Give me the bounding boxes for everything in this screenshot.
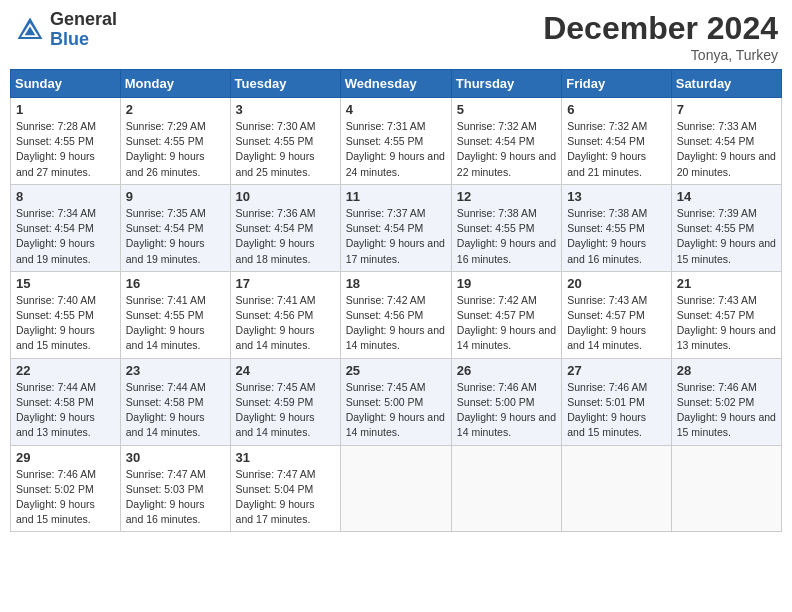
calendar-cell: 14Sunrise: 7:39 AMSunset: 4:55 PMDayligh… bbox=[671, 184, 781, 271]
day-info: Sunrise: 7:44 AMSunset: 4:58 PMDaylight:… bbox=[126, 380, 225, 441]
day-number: 15 bbox=[16, 276, 115, 291]
day-number: 27 bbox=[567, 363, 666, 378]
column-header-saturday: Saturday bbox=[671, 70, 781, 98]
calendar-cell: 10Sunrise: 7:36 AMSunset: 4:54 PMDayligh… bbox=[230, 184, 340, 271]
logo-icon bbox=[14, 14, 46, 46]
calendar-cell: 8Sunrise: 7:34 AMSunset: 4:54 PMDaylight… bbox=[11, 184, 121, 271]
title-block: December 2024 Tonya, Turkey bbox=[543, 10, 778, 63]
day-info: Sunrise: 7:29 AMSunset: 4:55 PMDaylight:… bbox=[126, 119, 225, 180]
calendar-cell: 31Sunrise: 7:47 AMSunset: 5:04 PMDayligh… bbox=[230, 445, 340, 532]
day-info: Sunrise: 7:46 AMSunset: 5:02 PMDaylight:… bbox=[677, 380, 776, 441]
day-info: Sunrise: 7:31 AMSunset: 4:55 PMDaylight:… bbox=[346, 119, 446, 180]
location: Tonya, Turkey bbox=[543, 47, 778, 63]
logo: General Blue bbox=[14, 10, 117, 50]
calendar-cell: 1Sunrise: 7:28 AMSunset: 4:55 PMDaylight… bbox=[11, 98, 121, 185]
calendar-week-row: 15Sunrise: 7:40 AMSunset: 4:55 PMDayligh… bbox=[11, 271, 782, 358]
calendar-cell bbox=[671, 445, 781, 532]
day-info: Sunrise: 7:42 AMSunset: 4:56 PMDaylight:… bbox=[346, 293, 446, 354]
day-info: Sunrise: 7:28 AMSunset: 4:55 PMDaylight:… bbox=[16, 119, 115, 180]
day-info: Sunrise: 7:41 AMSunset: 4:56 PMDaylight:… bbox=[236, 293, 335, 354]
day-number: 17 bbox=[236, 276, 335, 291]
day-info: Sunrise: 7:38 AMSunset: 4:55 PMDaylight:… bbox=[567, 206, 666, 267]
day-number: 25 bbox=[346, 363, 446, 378]
calendar-cell: 6Sunrise: 7:32 AMSunset: 4:54 PMDaylight… bbox=[562, 98, 672, 185]
day-number: 3 bbox=[236, 102, 335, 117]
day-info: Sunrise: 7:36 AMSunset: 4:54 PMDaylight:… bbox=[236, 206, 335, 267]
calendar-cell: 2Sunrise: 7:29 AMSunset: 4:55 PMDaylight… bbox=[120, 98, 230, 185]
calendar-cell: 11Sunrise: 7:37 AMSunset: 4:54 PMDayligh… bbox=[340, 184, 451, 271]
day-info: Sunrise: 7:40 AMSunset: 4:55 PMDaylight:… bbox=[16, 293, 115, 354]
day-number: 5 bbox=[457, 102, 556, 117]
calendar-cell: 17Sunrise: 7:41 AMSunset: 4:56 PMDayligh… bbox=[230, 271, 340, 358]
column-header-thursday: Thursday bbox=[451, 70, 561, 98]
day-info: Sunrise: 7:37 AMSunset: 4:54 PMDaylight:… bbox=[346, 206, 446, 267]
month-title: December 2024 bbox=[543, 10, 778, 47]
calendar-cell: 28Sunrise: 7:46 AMSunset: 5:02 PMDayligh… bbox=[671, 358, 781, 445]
day-number: 23 bbox=[126, 363, 225, 378]
day-number: 31 bbox=[236, 450, 335, 465]
calendar-cell: 15Sunrise: 7:40 AMSunset: 4:55 PMDayligh… bbox=[11, 271, 121, 358]
day-number: 13 bbox=[567, 189, 666, 204]
day-number: 20 bbox=[567, 276, 666, 291]
day-info: Sunrise: 7:38 AMSunset: 4:55 PMDaylight:… bbox=[457, 206, 556, 267]
calendar-cell: 18Sunrise: 7:42 AMSunset: 4:56 PMDayligh… bbox=[340, 271, 451, 358]
day-info: Sunrise: 7:46 AMSunset: 5:00 PMDaylight:… bbox=[457, 380, 556, 441]
calendar-cell bbox=[562, 445, 672, 532]
day-number: 22 bbox=[16, 363, 115, 378]
calendar-cell: 20Sunrise: 7:43 AMSunset: 4:57 PMDayligh… bbox=[562, 271, 672, 358]
calendar-cell bbox=[340, 445, 451, 532]
calendar-cell: 27Sunrise: 7:46 AMSunset: 5:01 PMDayligh… bbox=[562, 358, 672, 445]
logo-blue: Blue bbox=[50, 30, 117, 50]
day-number: 14 bbox=[677, 189, 776, 204]
day-number: 12 bbox=[457, 189, 556, 204]
page-header: General Blue December 2024 Tonya, Turkey bbox=[10, 10, 782, 63]
calendar-cell: 13Sunrise: 7:38 AMSunset: 4:55 PMDayligh… bbox=[562, 184, 672, 271]
column-header-tuesday: Tuesday bbox=[230, 70, 340, 98]
calendar-cell: 26Sunrise: 7:46 AMSunset: 5:00 PMDayligh… bbox=[451, 358, 561, 445]
day-number: 19 bbox=[457, 276, 556, 291]
day-info: Sunrise: 7:47 AMSunset: 5:03 PMDaylight:… bbox=[126, 467, 225, 528]
day-number: 4 bbox=[346, 102, 446, 117]
day-info: Sunrise: 7:45 AMSunset: 5:00 PMDaylight:… bbox=[346, 380, 446, 441]
calendar-week-row: 8Sunrise: 7:34 AMSunset: 4:54 PMDaylight… bbox=[11, 184, 782, 271]
day-info: Sunrise: 7:35 AMSunset: 4:54 PMDaylight:… bbox=[126, 206, 225, 267]
day-number: 21 bbox=[677, 276, 776, 291]
day-info: Sunrise: 7:47 AMSunset: 5:04 PMDaylight:… bbox=[236, 467, 335, 528]
calendar-cell: 5Sunrise: 7:32 AMSunset: 4:54 PMDaylight… bbox=[451, 98, 561, 185]
day-info: Sunrise: 7:34 AMSunset: 4:54 PMDaylight:… bbox=[16, 206, 115, 267]
day-number: 8 bbox=[16, 189, 115, 204]
day-number: 28 bbox=[677, 363, 776, 378]
day-info: Sunrise: 7:33 AMSunset: 4:54 PMDaylight:… bbox=[677, 119, 776, 180]
day-number: 30 bbox=[126, 450, 225, 465]
day-number: 10 bbox=[236, 189, 335, 204]
calendar-week-row: 1Sunrise: 7:28 AMSunset: 4:55 PMDaylight… bbox=[11, 98, 782, 185]
calendar-cell: 29Sunrise: 7:46 AMSunset: 5:02 PMDayligh… bbox=[11, 445, 121, 532]
calendar-cell: 3Sunrise: 7:30 AMSunset: 4:55 PMDaylight… bbox=[230, 98, 340, 185]
day-info: Sunrise: 7:45 AMSunset: 4:59 PMDaylight:… bbox=[236, 380, 335, 441]
day-info: Sunrise: 7:32 AMSunset: 4:54 PMDaylight:… bbox=[457, 119, 556, 180]
column-header-wednesday: Wednesday bbox=[340, 70, 451, 98]
calendar-cell: 16Sunrise: 7:41 AMSunset: 4:55 PMDayligh… bbox=[120, 271, 230, 358]
calendar-table: SundayMondayTuesdayWednesdayThursdayFrid… bbox=[10, 69, 782, 532]
calendar-week-row: 22Sunrise: 7:44 AMSunset: 4:58 PMDayligh… bbox=[11, 358, 782, 445]
day-number: 11 bbox=[346, 189, 446, 204]
calendar-cell: 23Sunrise: 7:44 AMSunset: 4:58 PMDayligh… bbox=[120, 358, 230, 445]
day-number: 9 bbox=[126, 189, 225, 204]
day-number: 26 bbox=[457, 363, 556, 378]
day-info: Sunrise: 7:39 AMSunset: 4:55 PMDaylight:… bbox=[677, 206, 776, 267]
day-info: Sunrise: 7:43 AMSunset: 4:57 PMDaylight:… bbox=[567, 293, 666, 354]
calendar-cell: 24Sunrise: 7:45 AMSunset: 4:59 PMDayligh… bbox=[230, 358, 340, 445]
day-number: 29 bbox=[16, 450, 115, 465]
day-info: Sunrise: 7:41 AMSunset: 4:55 PMDaylight:… bbox=[126, 293, 225, 354]
day-info: Sunrise: 7:32 AMSunset: 4:54 PMDaylight:… bbox=[567, 119, 666, 180]
day-number: 7 bbox=[677, 102, 776, 117]
day-info: Sunrise: 7:43 AMSunset: 4:57 PMDaylight:… bbox=[677, 293, 776, 354]
calendar-cell: 9Sunrise: 7:35 AMSunset: 4:54 PMDaylight… bbox=[120, 184, 230, 271]
calendar-week-row: 29Sunrise: 7:46 AMSunset: 5:02 PMDayligh… bbox=[11, 445, 782, 532]
calendar-cell: 12Sunrise: 7:38 AMSunset: 4:55 PMDayligh… bbox=[451, 184, 561, 271]
day-number: 24 bbox=[236, 363, 335, 378]
logo-text: General Blue bbox=[50, 10, 117, 50]
column-header-friday: Friday bbox=[562, 70, 672, 98]
day-number: 18 bbox=[346, 276, 446, 291]
day-info: Sunrise: 7:46 AMSunset: 5:02 PMDaylight:… bbox=[16, 467, 115, 528]
